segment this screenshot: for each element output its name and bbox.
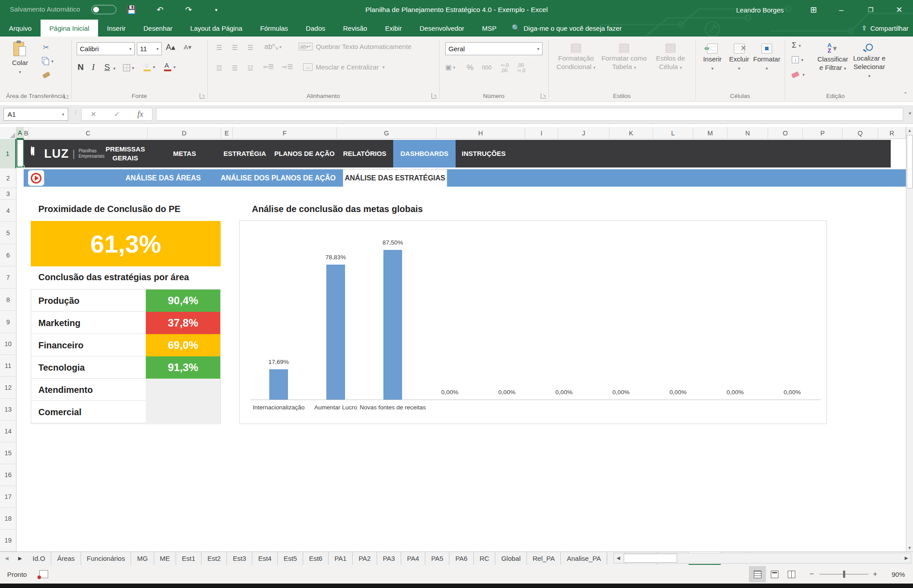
name-box[interactable]: A1▾ (4, 108, 68, 121)
sheet-tab-me[interactable]: ME (154, 552, 177, 565)
horizontal-scroll-thumb[interactable] (624, 554, 677, 563)
delete-cells-button[interactable]: ✕ Excluir▾ (727, 44, 752, 72)
number-dialog-launcher[interactable]: ↘ (541, 93, 546, 98)
borders-button[interactable]: ▾ (123, 64, 134, 71)
wbnav-item-instruções[interactable]: INSTRUÇÕES (452, 140, 515, 167)
font-color-button[interactable]: A ▾ (163, 62, 176, 71)
row-header-13[interactable]: 13 (0, 399, 16, 421)
accounting-format-icon[interactable]: ▣▾ (445, 63, 455, 71)
row-header-19[interactable]: 19 (0, 530, 16, 551)
zoom-percentage[interactable]: 90% (892, 565, 905, 584)
align-middle-icon[interactable]: ☰ (232, 44, 237, 52)
vertical-scrollbar[interactable]: ▲ ▼ (906, 127, 913, 551)
font-size-combo[interactable]: 11▾ (137, 42, 162, 55)
row-header-2[interactable]: 2 (0, 168, 16, 188)
save-icon[interactable]: 💾 (121, 0, 142, 20)
sheet-tab-pa5[interactable]: PA5 (425, 552, 449, 565)
column-header-D[interactable]: D (148, 127, 221, 139)
sheet-tab-est3[interactable]: Est3 (227, 552, 252, 565)
select-all-corner[interactable] (0, 127, 16, 139)
undo-icon[interactable]: ↶ (150, 0, 170, 20)
column-header-I[interactable]: I (525, 127, 558, 139)
fill-button[interactable]: ↓▾ (792, 56, 803, 63)
share-button[interactable]: ⇪ Compartilhar (862, 20, 909, 37)
row-header-7[interactable]: 7 (0, 266, 16, 289)
increase-indent-icon[interactable]: ⇨☰ (282, 63, 293, 70)
column-header-M[interactable]: M (693, 127, 728, 139)
subnav-tab-2[interactable]: ANÁLISE DOS PLANOS DE AÇÃO (205, 169, 352, 187)
restore-icon[interactable]: ❐ (860, 0, 881, 20)
column-header-B[interactable]: B (24, 127, 29, 139)
menu-tab-revisão[interactable]: Revisão (334, 20, 376, 37)
align-top-icon[interactable]: ☰ (216, 44, 222, 52)
row-header-16[interactable]: 16 (0, 464, 16, 486)
alignment-dialog-launcher[interactable]: ↘ (432, 93, 437, 98)
sort-filter-button[interactable]: AZ▼ Classificar e Filtrar ▾ (814, 43, 851, 72)
video-play-button[interactable] (28, 170, 44, 186)
menu-tab-página-inicial[interactable]: Página Inicial (41, 20, 98, 37)
redo-icon[interactable]: ↷ (178, 0, 199, 20)
menu-tab-msp[interactable]: MSP (473, 20, 506, 37)
column-header-J[interactable]: J (558, 127, 609, 139)
merge-center-button[interactable]: ↔ Mesclar e Centralizar ▾ (303, 63, 385, 71)
align-right-icon[interactable]: ☳ (247, 64, 253, 72)
row-header-11[interactable]: 11 (0, 355, 16, 377)
ribbon-display-options-icon[interactable]: ⊞ (803, 0, 824, 20)
wbnav-item-estratégia[interactable]: ESTRATÉGIA (214, 140, 276, 167)
sheet-tab-rel-pa[interactable]: Rel_PA (527, 552, 561, 565)
format-painter-button[interactable] (43, 73, 50, 77)
cell-styles-button[interactable]: Estilos deCélula ▾ (650, 44, 691, 71)
number-format-combo[interactable]: Geral▾ (445, 42, 543, 55)
sheet-tab-est2[interactable]: Est2 (202, 552, 227, 565)
column-header-O[interactable]: O (768, 127, 803, 139)
collapse-ribbon-icon[interactable]: ⌃ (903, 91, 908, 98)
zoom-slider-knob[interactable] (843, 571, 845, 578)
align-center-icon[interactable]: ☰ (232, 64, 237, 72)
sheet-tab-analise-pa[interactable]: Analise_PA (561, 552, 607, 565)
insert-cells-button[interactable]: ⇦ Inserir▾ (700, 44, 725, 72)
menu-tab-arquivo[interactable]: Arquivo (0, 20, 41, 37)
column-header-L[interactable]: L (653, 127, 693, 139)
page-break-view-button[interactable] (783, 566, 800, 582)
decrease-font-icon[interactable]: A▾ (184, 43, 192, 51)
comma-style-icon[interactable]: 000 (482, 64, 492, 71)
vertical-scroll-thumb[interactable] (907, 135, 913, 188)
wbnav-item-relatórios[interactable]: RELATÓRIOS (333, 140, 396, 167)
row-header-5[interactable]: 5 (0, 222, 16, 244)
font-dialog-launcher[interactable]: ↘ (200, 93, 205, 98)
align-bottom-icon[interactable]: ☰ (247, 44, 253, 52)
column-header-P[interactable]: P (803, 127, 843, 139)
row-header-4[interactable]: 4 (0, 200, 16, 222)
sheet-tab-pa4[interactable]: PA4 (401, 552, 425, 565)
row-header-8[interactable]: 8 (0, 289, 16, 311)
column-header-A[interactable]: A (16, 127, 24, 139)
expand-formula-bar-icon[interactable]: ▾ (909, 110, 911, 116)
align-left-icon[interactable]: ☲ (216, 64, 222, 72)
row-header-14[interactable]: 14 (0, 421, 16, 442)
underline-dropdown[interactable]: ▾ (113, 66, 115, 71)
row-header-17[interactable]: 17 (0, 486, 16, 508)
sheet-tab-id-o[interactable]: Id.O (27, 552, 51, 565)
minimize-icon[interactable]: – (831, 0, 851, 20)
autosum-button[interactable]: Σ▾ (792, 41, 801, 50)
page-layout-view-button[interactable] (766, 566, 783, 582)
format-cells-button[interactable]: Formatar▾ (753, 44, 781, 72)
sheet-tab-rc[interactable]: RC (474, 552, 496, 565)
clear-button[interactable]: ▾ (792, 72, 805, 77)
wbnav-item-dashboards[interactable]: DASHBOARDS (393, 140, 456, 167)
format-as-table-button[interactable]: Formatar comoTabela ▾ (601, 44, 647, 71)
row-header-1[interactable]: 1 (0, 139, 16, 168)
subnav-tab-3[interactable]: ANÁLISE DAS ESTRATÉGIAS (343, 169, 447, 187)
sheet-tab-mg[interactable]: MG (131, 552, 154, 565)
clipboard-dialog-launcher[interactable]: ↘ (64, 93, 69, 98)
font-name-combo[interactable]: Calibri▾ (77, 42, 135, 55)
copy-button[interactable]: ▾ (42, 57, 53, 65)
column-header-R[interactable]: R (878, 127, 906, 139)
column-header-C[interactable]: C (29, 127, 148, 139)
column-header-E[interactable]: E (221, 127, 233, 139)
menu-tab-layout-da-página[interactable]: Layout da Página (181, 20, 251, 37)
name-box-dropdown-icon[interactable]: ▾ (62, 112, 64, 117)
column-header-F[interactable]: F (233, 127, 337, 139)
wbnav-item-premissas-gerais[interactable]: PREMISSAS GERAIS (94, 140, 156, 167)
scroll-down-icon[interactable]: ▼ (906, 544, 913, 551)
